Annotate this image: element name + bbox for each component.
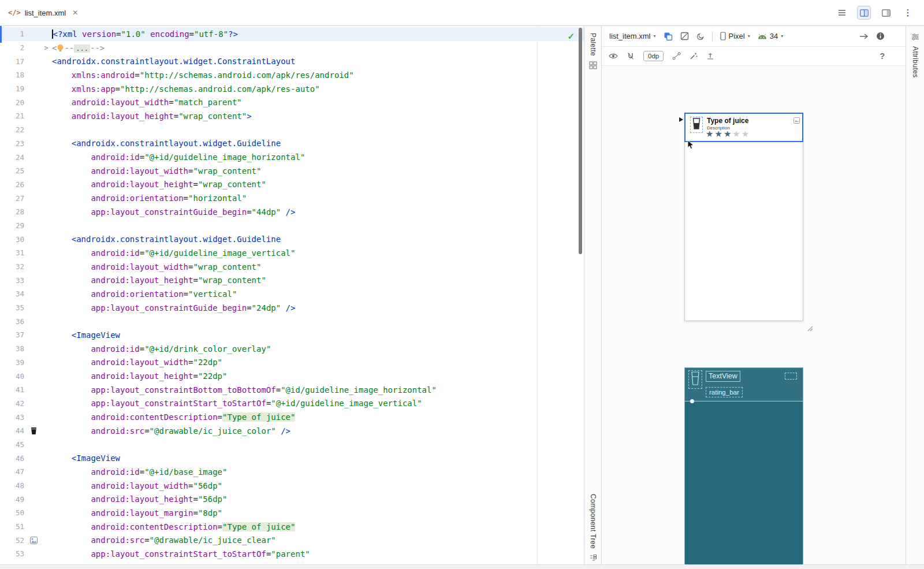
code-line-46[interactable]: 46 <ImageView xyxy=(0,451,584,465)
attributes-tool-tab[interactable]: Attributes xyxy=(911,33,919,78)
blueprint-toggle-icon[interactable] xyxy=(680,32,689,40)
design-surface-icon[interactable] xyxy=(664,32,673,41)
code-line-45[interactable]: 45 xyxy=(0,438,584,452)
layout-preview-icon[interactable] xyxy=(879,6,893,20)
code-line-24[interactable]: 24 android:id="@+id/guideline_image_hori… xyxy=(0,150,584,164)
code-line-26[interactable]: 26 android:layout_height="wrap_content" xyxy=(0,178,584,192)
code-line-27[interactable]: 27 android:orientation="horizontal" xyxy=(0,191,584,205)
line-number: 34 xyxy=(0,289,27,298)
code-text: android:layout_height="56dp" xyxy=(52,494,584,504)
blueprint-widget-outline xyxy=(785,373,797,380)
code-line-23[interactable]: 23 <androidx.constraintlayout.widget.Gui… xyxy=(0,137,584,151)
layout-preview-design[interactable]: Type of juice Description ★★★★★ xyxy=(684,113,803,321)
chevron-down-icon: ▾ xyxy=(748,34,750,39)
line-number: 38 xyxy=(0,344,27,353)
code-line-40[interactable]: 40 android:layout_height="22dp" xyxy=(0,369,584,383)
code-text: <androidx.constraintlayout.widget.Guidel… xyxy=(52,139,584,148)
code-line-29[interactable]: 29 xyxy=(0,219,584,233)
code-line-20[interactable]: 20 android:layout_width="match_parent" xyxy=(0,95,584,109)
inspection-ok-icon[interactable]: ✓ xyxy=(567,31,575,42)
juice-glass-icon[interactable] xyxy=(690,117,703,133)
code-line-1[interactable]: 1<?xml version="1.0" encoding="utf-8"?> xyxy=(0,27,584,41)
view-options-eye-icon[interactable] xyxy=(609,53,618,59)
infer-constraints-wand-icon[interactable] xyxy=(690,52,698,60)
code-line-53[interactable]: 53 app:layout_constraintStart_toStartOf=… xyxy=(0,547,584,561)
line-number: 48 xyxy=(0,481,27,490)
code-line-44[interactable]: 44 android:src="@drawable/ic_juice_color… xyxy=(0,424,584,438)
code-text: app:layout_constraintBottom_toBottomOf="… xyxy=(52,385,584,395)
more-options-icon[interactable]: ⋮ xyxy=(901,6,915,20)
editor-scrollbar[interactable] xyxy=(579,28,582,254)
code-line-41[interactable]: 41 app:layout_constraintBottom_toBottomO… xyxy=(0,383,584,397)
code-line-49[interactable]: 49 android:layout_height="56dp" xyxy=(0,492,584,506)
rating-stars[interactable]: ★★★★★ xyxy=(706,129,750,139)
fold-marker-icon[interactable]: > xyxy=(40,44,52,52)
code-editor[interactable]: 1<?xml version="1.0" encoding="utf-8"?>2… xyxy=(0,26,584,569)
code-line-38[interactable]: 38 android:id="@+id/drink_color_overlay" xyxy=(0,342,584,356)
code-line-22[interactable]: 22 xyxy=(0,123,584,137)
horizontal-scrollbar[interactable] xyxy=(0,564,924,569)
code-line-18[interactable]: 18 xmlns:android="http://schemas.android… xyxy=(0,68,584,82)
api-level-selector[interactable]: 34 ▾ xyxy=(758,32,783,40)
autoconnect-magnet-icon[interactable] xyxy=(627,52,635,60)
code-text: xmlns:android="http://schemas.android.co… xyxy=(52,70,584,80)
night-mode-icon[interactable] xyxy=(696,32,705,40)
layout-preview-blueprint[interactable]: TextView rating_bar xyxy=(684,367,803,569)
image-drawable-preview-icon[interactable] xyxy=(27,537,40,544)
code-line-47[interactable]: 47 android:id="@+id/base_image" xyxy=(0,465,584,479)
code-line-42[interactable]: 42 app:layout_constraintStart_toStartOf=… xyxy=(0,397,584,411)
code-line-48[interactable]: 48 android:layout_width="56dp" xyxy=(0,479,584,493)
clear-constraints-icon[interactable] xyxy=(672,52,681,60)
code-line-51[interactable]: 51 android:contentDescription="Type of j… xyxy=(0,520,584,534)
forward-arrow-icon[interactable] xyxy=(859,33,869,40)
split-editor-icon[interactable] xyxy=(857,6,871,20)
line-number: 36 xyxy=(0,317,27,326)
code-line-50[interactable]: 50 android:layout_margin="8dp" xyxy=(0,506,584,520)
layout-file-selector[interactable]: list_item.xml ▾ xyxy=(609,32,656,40)
editor-list-icon[interactable] xyxy=(835,6,849,20)
help-icon[interactable]: ? xyxy=(880,51,885,61)
code-line-25[interactable]: 25 android:layout_width="wrap_content" xyxy=(0,164,584,178)
palette-tool-tab[interactable]: Palette xyxy=(589,33,597,69)
line-number: 42 xyxy=(0,399,27,408)
code-line-31[interactable]: 31 android:id="@+id/guideline_image_vert… xyxy=(0,246,584,260)
code-line-36[interactable]: 36 xyxy=(0,314,584,328)
intention-bulb-icon[interactable] xyxy=(57,43,64,53)
code-line-21[interactable]: 21 android:layout_height="wrap_content"> xyxy=(0,109,584,123)
line-number: 41 xyxy=(0,385,27,394)
code-line-28[interactable]: 28 app:layout_constraintGuide_begin="44d… xyxy=(0,205,584,219)
line-number: 46 xyxy=(0,454,27,463)
code-line-34[interactable]: 34 android:orientation="vertical" xyxy=(0,287,584,301)
line-number: 27 xyxy=(0,194,27,203)
code-line-19[interactable]: 19 xmlns:app="http://schemas.android.com… xyxy=(0,82,584,96)
default-margin-selector[interactable]: 0dp xyxy=(643,51,664,61)
code-line-37[interactable]: 37 <ImageView xyxy=(0,328,584,342)
palette-icon xyxy=(589,61,597,69)
code-text: android:contentDescription="Type of juic… xyxy=(52,412,584,422)
code-line-35[interactable]: 35 app:layout_constraintGuide_begin="24d… xyxy=(0,301,584,315)
code-line-43[interactable]: 43 android:contentDescription="Type of j… xyxy=(0,410,584,424)
code-line-17[interactable]: 17<androidx.constraintlayout.widget.Cons… xyxy=(0,54,584,68)
code-text: xmlns:app="http://schemas.android.com/ap… xyxy=(52,84,584,94)
resize-handle-icon[interactable] xyxy=(805,323,813,332)
code-line-2[interactable]: 2><--...--> xyxy=(0,41,584,55)
issues-info-icon[interactable] xyxy=(876,32,885,40)
blueprint-imageview-icon[interactable] xyxy=(688,370,702,389)
code-text: android:layout_width="56dp" xyxy=(52,481,584,490)
code-line-32[interactable]: 32 android:layout_width="wrap_content" xyxy=(0,260,584,274)
blueprint-ratingbar-label[interactable]: rating_bar xyxy=(706,387,743,397)
juice-color-drawable-icon[interactable] xyxy=(27,427,40,435)
preview-title-text[interactable]: Type of juice xyxy=(707,117,748,125)
pack-align-icon[interactable] xyxy=(706,52,714,60)
component-tree-tool-tab[interactable]: Component Tree xyxy=(589,494,597,562)
tab-list-item-xml[interactable]: </> list_item.xml ✕ xyxy=(0,0,86,25)
code-line-39[interactable]: 39 android:layout_width="22dp" xyxy=(0,356,584,370)
code-line-33[interactable]: 33 android:layout_height="wrap_content" xyxy=(0,273,584,287)
tab-close-icon[interactable]: ✕ xyxy=(72,9,78,17)
code-line-52[interactable]: 52 android:src="@drawable/ic_juice_clear… xyxy=(0,533,584,547)
code-line-30[interactable]: 30 <androidx.constraintlayout.widget.Gui… xyxy=(0,232,584,246)
device-selector[interactable]: Pixel ▾ xyxy=(720,32,750,40)
blueprint-textview-label[interactable]: TextView xyxy=(706,371,740,382)
attributes-label: Attributes xyxy=(911,46,919,78)
design-canvas[interactable]: Type of juice Description ★★★★★ xyxy=(602,66,906,569)
